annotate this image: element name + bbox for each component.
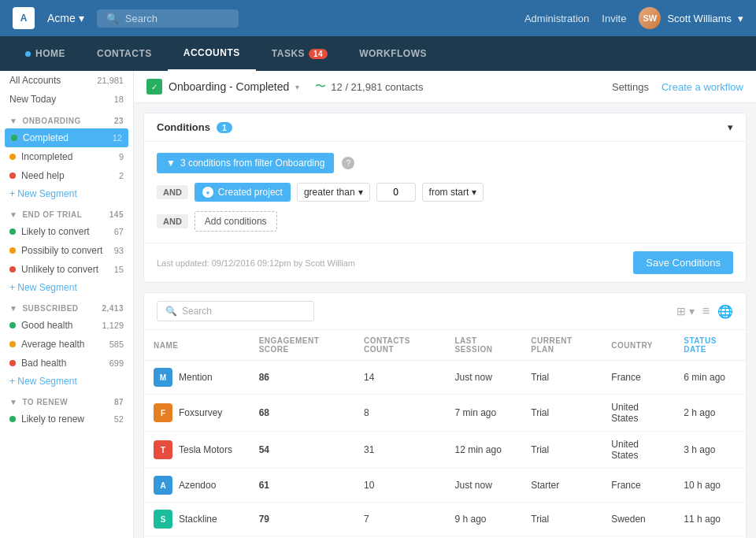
- sidebar-all-accounts[interactable]: All Accounts 21,981: [0, 71, 133, 90]
- list-icon[interactable]: ≡: [702, 304, 710, 318]
- nav-home[interactable]: HOME: [9, 36, 81, 71]
- invite-link[interactable]: Invite: [602, 13, 626, 24]
- accounts-table: NAME ENGAGEMENT SCORE CONTACTS COUNT LAS…: [144, 330, 746, 538]
- sidebar-item-avg-health[interactable]: Average health 585: [0, 335, 133, 354]
- all-accounts-count: 21,981: [97, 76, 124, 85]
- save-conditions-button[interactable]: Save Conditions: [633, 251, 733, 274]
- from-select[interactable]: from start ▾: [422, 183, 484, 202]
- new-segment-eot[interactable]: + New Segment: [0, 279, 133, 296]
- table-header-row: NAME ENGAGEMENT SCORE CONTACTS COUNT LAS…: [144, 330, 746, 361]
- status-dot: [9, 228, 16, 235]
- cell-score: 61: [250, 469, 354, 503]
- conditions-footer: Last updated: 09/12/2016 09:12pm by Scot…: [144, 243, 746, 282]
- avatar: SW: [639, 7, 661, 29]
- settings-link[interactable]: Settings: [612, 81, 649, 93]
- cell-plan: Trial: [521, 432, 602, 469]
- global-search[interactable]: 🔍 Search: [97, 9, 239, 28]
- cell-country: Sweden: [602, 503, 674, 536]
- nav-contacts[interactable]: CONTACTS: [81, 36, 168, 71]
- cell-contacts: 14: [354, 361, 445, 395]
- filter-conditions-button[interactable]: ▼ 3 conditions from filter Onboarding: [157, 153, 334, 173]
- sidebar-item-unlikely-convert[interactable]: Unlikely to convert 15: [0, 260, 133, 279]
- table-search[interactable]: 🔍 Search: [157, 301, 314, 321]
- and-label: AND: [157, 185, 188, 199]
- cell-score: 86: [250, 361, 354, 395]
- sidebar-item-likely-convert[interactable]: Likely to convert 67: [0, 222, 133, 241]
- status-dot: [9, 360, 16, 366]
- main-navigation: HOME CONTACTS ACCOUNTS TASKS 14 WORKFLOW…: [0, 36, 756, 71]
- check-icon: ●: [202, 187, 213, 198]
- sidebar-item-good-health[interactable]: Good health 1,129: [0, 316, 133, 335]
- cell-contacts: 8: [354, 395, 445, 432]
- cell-plan: Trial: [521, 503, 602, 536]
- col-country: COUNTRY: [602, 330, 674, 361]
- cell-status-date: 2 h ago: [674, 395, 746, 432]
- sidebar-section-end-of-trial: ▼ END OF TRIAL 145: [0, 202, 133, 222]
- cell-score: 79: [250, 503, 354, 536]
- operator-select[interactable]: greater than ▾: [297, 183, 370, 202]
- new-segment-subscribed[interactable]: + New Segment: [0, 373, 133, 390]
- table-row[interactable]: A Azendoo 61 10 Just now Starter France …: [144, 469, 746, 503]
- cell-status-date: 3 h ago: [674, 432, 746, 469]
- sidebar-item-possibly-convert[interactable]: Possibily to convert 93: [0, 241, 133, 260]
- sidebar-item-need-help[interactable]: Need help 2: [0, 166, 133, 185]
- col-session: LAST SESSION: [446, 330, 522, 361]
- search-icon: 🔍: [165, 306, 177, 317]
- sidebar-item-completed[interactable]: Completed 12: [5, 128, 128, 147]
- search-icon: 🔍: [106, 13, 119, 24]
- cell-status-date: 10 h ago: [674, 469, 746, 503]
- globe-icon[interactable]: 🌐: [717, 304, 733, 319]
- create-workflow-link[interactable]: Create a workflow: [662, 81, 743, 93]
- condition-row-2: AND Add conditions: [157, 211, 733, 232]
- add-conditions-button[interactable]: Add conditions: [195, 211, 277, 232]
- table-row[interactable]: S Stackline 79 7 9 h ago Trial Sweden 11…: [144, 503, 746, 536]
- cell-country: France: [602, 469, 674, 503]
- nav-tasks[interactable]: TASKS 14: [256, 36, 343, 71]
- conditions-title: Conditions 1: [157, 121, 232, 133]
- sidebar-item-likely-renew[interactable]: Likely to renew 52: [0, 410, 133, 429]
- sidebar-item-incompleted[interactable]: Incompleted 9: [0, 147, 133, 166]
- nav-workflows[interactable]: WORKFLOWS: [343, 36, 443, 71]
- nav-accounts[interactable]: ACCOUNTS: [168, 36, 256, 71]
- status-dot: [9, 173, 16, 179]
- collapse-icon[interactable]: ▾: [728, 121, 733, 133]
- conditions-header: Conditions 1 ▾: [144, 113, 746, 142]
- chevron-down-icon: ▾: [738, 13, 743, 24]
- app-name[interactable]: Acme ▾: [47, 12, 84, 24]
- sidebar-item-bad-health[interactable]: Bad health 699: [0, 354, 133, 373]
- tasks-badge: 14: [309, 49, 328, 59]
- new-segment-onboarding[interactable]: + New Segment: [0, 185, 133, 202]
- cell-score: 54: [250, 432, 354, 469]
- table-row[interactable]: T Tesla Motors 54 31 12 min ago Trial Un…: [144, 432, 746, 469]
- cell-name: S Stackline: [144, 503, 250, 536]
- cell-session: 12 min ago: [446, 432, 522, 469]
- col-status-date[interactable]: STATUS DATE: [674, 330, 746, 361]
- table-toolbar: 🔍 Search ⊞ ▾ ≡ 🌐: [144, 293, 746, 330]
- conditions-body: ▼ 3 conditions from filter Onboarding ? …: [144, 142, 746, 243]
- sidebar-new-today[interactable]: New Today 18: [0, 90, 133, 109]
- segment-title[interactable]: Onboarding - Completed: [169, 80, 289, 93]
- administration-link[interactable]: Administration: [524, 13, 589, 24]
- contact-count: 〜 12 / 21,981 contacts: [315, 80, 423, 94]
- cell-session: 9 h ago: [446, 503, 522, 536]
- conditions-badge: 1: [217, 122, 232, 133]
- table-row[interactable]: F Foxsurvey 68 8 7 min ago Trial United …: [144, 395, 746, 432]
- toolbar-icons: ⊞ ▾ ≡ 🌐: [676, 304, 733, 319]
- col-contacts: CONTACTS COUNT: [354, 330, 445, 361]
- columns-icon[interactable]: ⊞ ▾: [676, 305, 695, 317]
- help-icon[interactable]: ?: [342, 157, 354, 169]
- filter-icon: ▼: [9, 398, 17, 406]
- content-header: ✓ Onboarding - Completed ▾ 〜 12 / 21,981…: [134, 71, 756, 103]
- sidebar-section-subscribed: ▼ SUBSCRIBED 2,413: [0, 296, 133, 316]
- cell-name: F Foxsurvey: [144, 395, 250, 432]
- cell-name: T Tesla Motors: [144, 432, 250, 469]
- and-label-2: AND: [157, 214, 188, 228]
- table-row[interactable]: M Mention 86 14 Just now Trial France 6 …: [144, 361, 746, 395]
- value-input[interactable]: [376, 183, 416, 202]
- condition-tag[interactable]: ● Created project: [195, 183, 291, 202]
- status-dot: [11, 135, 17, 141]
- user-menu[interactable]: SW Scott Williams ▾: [639, 7, 743, 29]
- last-updated-text: Last updated: 09/12/2016 09:12pm by Scot…: [157, 258, 355, 268]
- status-dot: [9, 247, 16, 254]
- cell-plan: Trial: [521, 395, 602, 432]
